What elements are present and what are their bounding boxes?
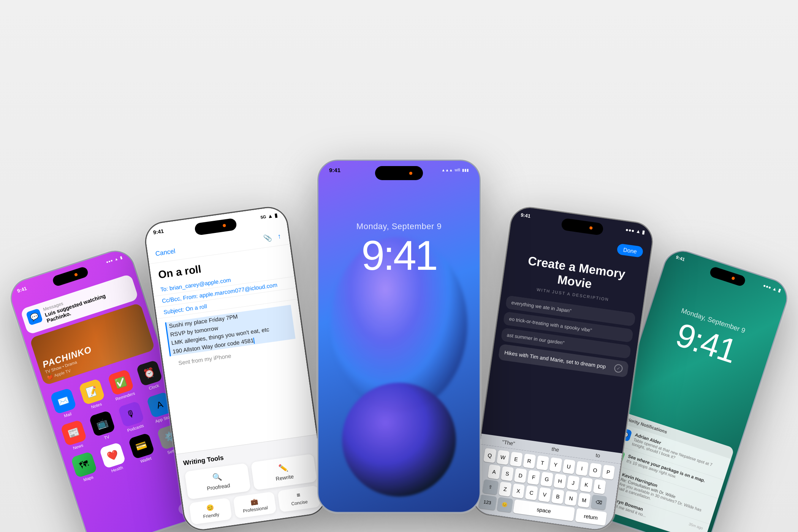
key-g[interactable]: G bbox=[540, 472, 554, 487]
lock-screen-content: Monday, September 9 9:41 bbox=[318, 161, 480, 512]
status-time-second-left: 9:41 bbox=[153, 228, 164, 236]
signal-icon-far-left: ●●● bbox=[106, 258, 114, 264]
key-c[interactable]: C bbox=[525, 485, 538, 500]
professional-button[interactable]: 💼 Professional bbox=[233, 491, 276, 518]
clock-label: Clock bbox=[148, 383, 160, 391]
key-delete[interactable]: ⌫ bbox=[591, 494, 607, 510]
key-s[interactable]: S bbox=[501, 466, 514, 481]
rewrite-button[interactable]: ✏️ Rewrite bbox=[251, 454, 317, 490]
professional-label: Professional bbox=[242, 505, 268, 514]
key-shift[interactable]: ⇧ bbox=[482, 479, 499, 495]
app-clock[interactable]: ⏰ Clock bbox=[135, 359, 166, 393]
notification-time-4: 35m ago bbox=[688, 522, 703, 530]
key-i[interactable]: I bbox=[575, 461, 589, 476]
battery-icon-second-left: ▮ bbox=[274, 212, 278, 218]
friendly-icon: 😊 bbox=[206, 504, 214, 512]
key-u[interactable]: U bbox=[562, 459, 575, 474]
concise-label: Concise bbox=[291, 499, 308, 507]
phones-container: 9:41 ●●● ▲ ▮ 💬 Messages Luis suggested w… bbox=[0, 0, 798, 532]
signal-icon-far-right: ●●● bbox=[762, 283, 772, 290]
key-x[interactable]: X bbox=[512, 483, 525, 499]
news-label: News bbox=[72, 443, 84, 450]
status-time-far-left: 9:41 bbox=[16, 285, 27, 294]
lock-time: 9:41 bbox=[361, 234, 437, 276]
key-return[interactable]: return bbox=[575, 508, 607, 526]
app-maps[interactable]: 🗺 Maps bbox=[69, 451, 101, 484]
key-p[interactable]: P bbox=[602, 465, 615, 480]
mail-label: Mail bbox=[63, 412, 72, 418]
dynamic-island-center bbox=[375, 166, 423, 180]
send-icon[interactable]: ↑ bbox=[277, 232, 282, 241]
proofread-icon: 🔍 bbox=[212, 472, 222, 482]
key-j[interactable]: J bbox=[567, 475, 580, 491]
memory-prompts-list: everything we ate in Japan" eo trick-or-… bbox=[481, 294, 642, 453]
key-numbers[interactable]: 123 bbox=[478, 494, 497, 510]
app-health[interactable]: ❤️ Health bbox=[98, 442, 130, 475]
key-k[interactable]: K bbox=[580, 477, 593, 492]
key-l[interactable]: L bbox=[593, 479, 606, 494]
lock-date: Monday, September 9 bbox=[356, 222, 442, 231]
rewrite-icon: ✏️ bbox=[278, 462, 289, 473]
wifi-icon-far-left: ▲ bbox=[114, 256, 119, 262]
proofread-button[interactable]: 🔍 Proofread bbox=[184, 463, 251, 499]
key-q[interactable]: Q bbox=[483, 448, 496, 463]
wifi-icon-second-right: ▲ bbox=[635, 228, 641, 234]
key-emoji[interactable]: 😊 bbox=[497, 497, 513, 513]
key-d[interactable]: D bbox=[514, 468, 527, 483]
wallet-icon: 💳 bbox=[128, 432, 155, 459]
prompt-checkmark: ✓ bbox=[614, 364, 623, 373]
cancel-button[interactable]: Cancel bbox=[155, 247, 176, 258]
status-time-far-right: 9:41 bbox=[675, 254, 686, 262]
key-v[interactable]: V bbox=[538, 487, 551, 502]
key-e[interactable]: E bbox=[510, 451, 523, 467]
mail-icon: ✉️ bbox=[50, 388, 77, 415]
phone-center: 9:41 ▲▲▲ wifi ▮▮▮ Monday, September 9 9:… bbox=[317, 160, 481, 513]
signal-icon-second-right: ●●● bbox=[625, 227, 635, 234]
status-time-center: 9:41 bbox=[329, 167, 340, 173]
key-h[interactable]: H bbox=[553, 473, 567, 489]
signal-icon-center: ▲▲▲ bbox=[442, 168, 453, 172]
wifi-icon-second-left: ▲ bbox=[267, 213, 273, 220]
battery-icon-far-right: ▮ bbox=[777, 288, 782, 293]
app-wallet[interactable]: 💳 Wallet bbox=[127, 432, 158, 466]
key-t[interactable]: T bbox=[536, 455, 549, 470]
concise-button[interactable]: ≡ Concise bbox=[277, 485, 321, 512]
key-y[interactable]: Y bbox=[549, 457, 562, 472]
key-b[interactable]: B bbox=[551, 489, 565, 504]
battery-icon-second-right: ▮ bbox=[642, 229, 645, 235]
battery-icon-center: ▮▮▮ bbox=[462, 168, 469, 172]
key-w[interactable]: W bbox=[496, 450, 510, 465]
app-notes[interactable]: 📝 Notes bbox=[77, 378, 109, 411]
clock-icon: ⏰ bbox=[136, 359, 163, 386]
professional-icon: 💼 bbox=[250, 497, 258, 506]
key-f[interactable]: F bbox=[527, 470, 540, 485]
maps-label: Maps bbox=[83, 475, 94, 482]
maps-icon: 🗺 bbox=[70, 451, 97, 478]
attachment-icon[interactable]: 📎 bbox=[263, 234, 272, 243]
key-o[interactable]: O bbox=[589, 463, 602, 478]
friendly-label: Friendly bbox=[203, 512, 220, 519]
signal-5g-icon: 5G bbox=[260, 214, 266, 220]
key-z[interactable]: Z bbox=[499, 481, 512, 497]
writing-tools-panel: Writing Tools 🔍 Proofread ✏️ Rewrite 😊 F… bbox=[176, 434, 328, 532]
app-reminders[interactable]: ✅ Reminders bbox=[106, 369, 138, 402]
app-mail[interactable]: ✉️ Mail bbox=[49, 387, 80, 421]
messages-app-icon: 💬 bbox=[26, 308, 43, 325]
notes-icon: 📝 bbox=[79, 378, 106, 405]
tv-label: TV bbox=[103, 434, 110, 440]
rewrite-label: Rewrite bbox=[276, 473, 294, 482]
concise-icon: ≡ bbox=[296, 492, 301, 499]
key-r[interactable]: R bbox=[522, 453, 536, 469]
key-a[interactable]: A bbox=[488, 464, 501, 480]
key-n[interactable]: N bbox=[564, 491, 578, 506]
friendly-button[interactable]: 😊 Friendly bbox=[189, 498, 232, 525]
wifi-icon-far-right: ▲ bbox=[772, 286, 778, 292]
wifi-icon-center: wifi bbox=[455, 168, 460, 172]
battery-icon-far-left: ▮ bbox=[119, 255, 123, 260]
key-m[interactable]: M bbox=[578, 492, 591, 508]
proofread-label: Proofread bbox=[206, 482, 230, 491]
